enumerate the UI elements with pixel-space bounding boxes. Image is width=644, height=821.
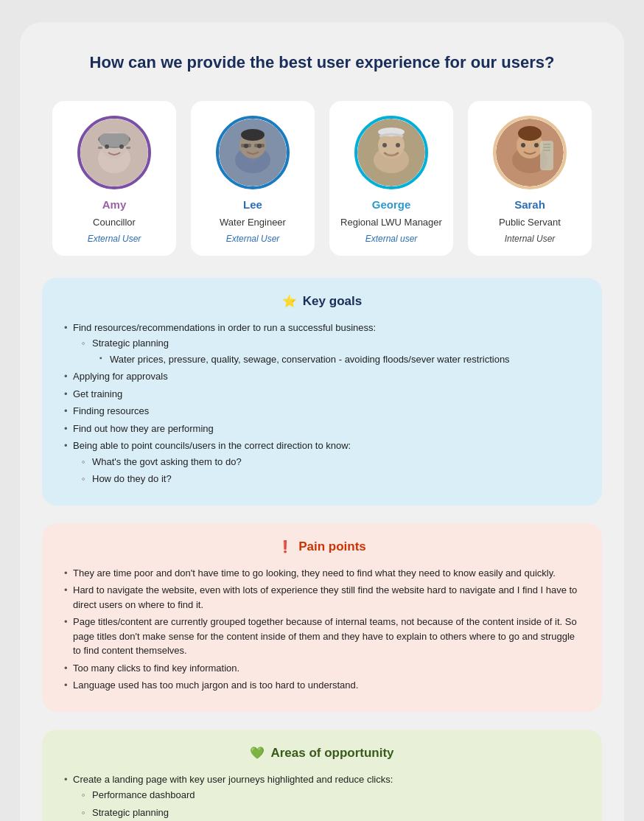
list-item: Water prices, pressure, quality, sewage,…	[98, 352, 581, 367]
goals-section: ⭐ Key goals Find resources/recommendatio…	[42, 278, 602, 506]
svg-rect-33	[543, 144, 550, 145]
svg-rect-17	[254, 144, 265, 147]
svg-point-7	[119, 144, 124, 149]
persona-type-lee: External User	[226, 234, 280, 244]
persona-name-sarah: Sarah	[514, 198, 545, 211]
persona-role-lee: Water Engineer	[220, 217, 286, 228]
goals-title: ⭐ Key goals	[63, 294, 581, 309]
avatar-lee	[216, 116, 290, 189]
persona-name-amy: Amy	[102, 198, 127, 211]
persona-type-amy: External User	[88, 234, 141, 244]
persona-card-amy: Amy Councillor External User	[52, 101, 176, 256]
svg-rect-5	[99, 133, 129, 147]
main-container: How can we provide the best user experie…	[20, 22, 624, 821]
persona-card-lee: Lee Water Engineer External User	[191, 101, 315, 256]
list-item: What's the govt asking them to do?	[80, 455, 581, 469]
list-item: Get training	[63, 387, 581, 402]
heart-icon: 💚	[250, 746, 265, 760]
warning-icon: ❗	[278, 539, 293, 553]
svg-point-13	[241, 129, 265, 141]
pain-title: ❗ Pain points	[63, 539, 581, 554]
pain-list: They are time poor and don't have time t…	[63, 566, 581, 693]
list-item: They are time poor and don't have time t…	[63, 566, 581, 581]
svg-point-30	[521, 143, 525, 147]
svg-rect-9	[126, 147, 130, 149]
svg-point-23	[382, 143, 387, 147]
list-item: Language used has too much jargon and is…	[63, 678, 581, 693]
star-icon: ⭐	[282, 294, 297, 308]
list-item: Find out how they are performing	[63, 422, 581, 436]
svg-point-6	[105, 144, 109, 149]
list-item: Hard to navigate the website, even with …	[63, 583, 581, 612]
svg-point-29	[518, 126, 542, 141]
svg-point-31	[534, 143, 539, 147]
avatar-amy	[77, 116, 151, 189]
list-item: Finding resources	[63, 404, 581, 419]
list-item: Being able to point councils/users in th…	[63, 439, 581, 486]
persona-card-sarah: Sarah Public Servant Internal User	[468, 101, 592, 256]
svg-point-25	[385, 153, 397, 158]
persona-name-george: George	[372, 198, 411, 211]
persona-type-george: External user	[365, 234, 418, 244]
svg-rect-16	[241, 144, 251, 147]
persona-card-george: George Regional LWU Manager External use…	[329, 101, 453, 256]
opportunity-title: 💚 Areas of opportunity	[63, 746, 581, 761]
list-item: Page titles/content are currently groupe…	[63, 615, 581, 658]
svg-rect-34	[543, 147, 550, 148]
list-item: How do they do it?	[80, 472, 581, 486]
svg-point-18	[248, 158, 257, 162]
list-item: Find resources/recommendations in order …	[63, 321, 581, 367]
list-item: Performance dashboard	[80, 788, 581, 803]
personas-row: Amy Councillor External User	[42, 101, 602, 256]
persona-role-george: Regional LWU Manager	[340, 217, 442, 228]
svg-rect-35	[543, 150, 550, 151]
persona-type-sarah: Internal User	[505, 234, 556, 244]
goals-list: Find resources/recommendations in order …	[63, 321, 581, 486]
svg-point-24	[396, 143, 400, 147]
list-item: Applying for approvals	[63, 369, 581, 384]
page-title: How can we provide the best user experie…	[42, 52, 602, 74]
persona-role-amy: Councillor	[93, 217, 136, 228]
avatar-george	[354, 116, 428, 189]
persona-role-sarah: Public Servant	[499, 217, 561, 228]
list-item: Strategic planning	[80, 806, 581, 820]
list-item: Too many clicks to find key information.	[63, 661, 581, 676]
opportunity-list: Create a landing page with key user jour…	[63, 772, 581, 821]
persona-name-lee: Lee	[243, 198, 262, 211]
list-item: Strategic planning Water prices, pressur…	[80, 336, 581, 366]
opportunity-section: 💚 Areas of opportunity Create a landing …	[42, 730, 602, 821]
pain-section: ❗ Pain points They are time poor and don…	[42, 523, 602, 712]
svg-rect-8	[98, 147, 102, 149]
avatar-sarah	[493, 116, 567, 189]
list-item: Create a landing page with key user jour…	[63, 772, 581, 821]
